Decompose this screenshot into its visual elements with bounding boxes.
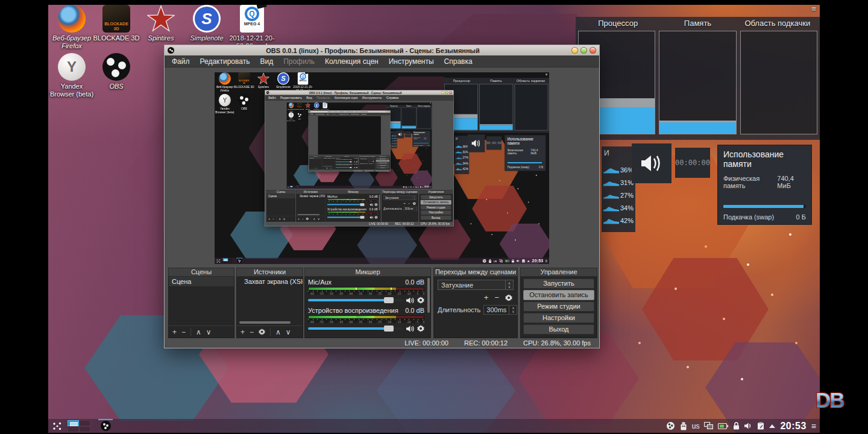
yandex-browser-icon: Y	[58, 53, 86, 81]
remove-transition-button[interactable]: −	[494, 293, 499, 302]
menu-profile[interactable]: Профиль	[283, 57, 315, 66]
device-notifier-icon[interactable]	[680, 422, 687, 430]
studio-mode-button[interactable]: Режим студии	[523, 301, 594, 312]
remove-scene-button[interactable]: −	[181, 328, 186, 336]
desktop-icon-simplenote[interactable]: S Simplenote	[183, 5, 230, 42]
desktop-icon-blockade3d[interactable]: BLOCKADE 3D BLOCKADE 3D	[93, 5, 140, 42]
channel-settings-gear-icon[interactable]	[417, 297, 424, 304]
clock[interactable]: 20:53	[780, 421, 806, 432]
menu-view[interactable]: Вид	[260, 57, 273, 66]
clapper-icon	[256, 5, 267, 9]
pager-desktop-2[interactable]	[79, 420, 90, 426]
desktop-icon-label: OBS	[93, 83, 140, 90]
physical-memory-label: Физическая память	[723, 175, 777, 189]
taskbar-obs-task[interactable]	[98, 419, 113, 433]
scene-down-button[interactable]: ∨	[206, 328, 212, 336]
desktop-icon-label: Yandex Browser (beta)	[48, 83, 95, 98]
remove-source-button[interactable]: −	[250, 328, 254, 336]
duration-spinbox[interactable]: 300ms ∧∨	[483, 305, 517, 315]
desktop-icon-label: Spintires	[137, 34, 184, 42]
transition-settings-gear-icon[interactable]	[505, 294, 512, 301]
menu-help[interactable]: Справка	[444, 57, 473, 66]
memory-chart	[659, 31, 736, 134]
volume-slider[interactable]	[308, 327, 403, 330]
settings-button[interactable]: Настройки	[523, 313, 594, 323]
add-source-button[interactable]: +	[241, 328, 245, 336]
volume-slider-handle[interactable]	[384, 297, 394, 303]
scene-list-item[interactable]: Сцена	[169, 277, 234, 286]
scene-up-button[interactable]: ∧	[196, 328, 201, 336]
virtual-desktop-pager[interactable]	[68, 420, 90, 432]
exit-button[interactable]: Выход	[523, 324, 594, 335]
toolbar-separator	[270, 328, 271, 336]
system-monitor-widget: Процессор Память Область подкачки	[576, 17, 820, 140]
volume-slider[interactable]	[308, 299, 403, 301]
desktop-toolbox-icon[interactable]: ≡	[808, 5, 820, 13]
cpu-core-pct: 27%	[620, 192, 634, 199]
tray-expand-arrow-icon[interactable]	[769, 424, 775, 428]
toolbar-separator	[190, 328, 191, 336]
horizontal-scrollbar[interactable]	[239, 321, 291, 324]
menu-scene-collection[interactable]: Коллекция сцен	[325, 57, 379, 66]
desktop-icon-label: BLOCKADE 3D	[93, 34, 140, 42]
desktop: Веб-браузер Firefox BLOCKADE 3D BLOCKADE…	[48, 5, 820, 433]
channel-settings-gear-icon[interactable]	[417, 325, 424, 332]
physical-memory-value: 740,4 МиБ	[777, 175, 806, 189]
start-streaming-button[interactable]: Запустить трансляцию	[523, 278, 594, 289]
mixer-panel-title: Микшер	[304, 268, 431, 277]
status-live: LIVE: 00:00:00	[404, 339, 448, 347]
pager-desktop-3[interactable]	[68, 426, 79, 432]
transition-select[interactable]: Затухание ∧∨	[438, 280, 514, 290]
desktop-icon-mp4-file[interactable]: Q MPEG 4 2018-12-21 20-53-26.mp4	[228, 5, 275, 50]
window-titlebar[interactable]: OBS 0.0.1 (linux) - Профиль: Безымянный …	[165, 45, 599, 55]
monitor-title-swap: Область подкачки	[738, 19, 817, 31]
preview-desktop-frame: Веб-браузер Firefox BLOCKADE 3D BLOCKADE…	[215, 72, 549, 264]
desktop-icon-obs[interactable]: OBS	[93, 53, 140, 90]
mute-speaker-icon[interactable]	[406, 326, 414, 332]
desktop-icon-spintires[interactable]: Spintires	[137, 5, 184, 42]
stop-recording-button[interactable]: Остановить запись	[523, 290, 594, 300]
clipboard-icon[interactable]	[757, 422, 764, 430]
channel-db-value: 0.0 dB	[405, 307, 424, 315]
source-up-button[interactable]: ∧	[275, 328, 281, 336]
maximize-button[interactable]	[580, 47, 587, 54]
close-button[interactable]	[590, 47, 596, 54]
scenes-panel: Сцены Сцена + − ∧ ∨	[168, 268, 234, 338]
screen: Веб-браузер Firefox BLOCKADE 3D BLOCKADE…	[0, 0, 868, 434]
pager-desktop-4[interactable]	[79, 426, 90, 432]
watermark: DB	[816, 388, 844, 412]
keyboard-layout-indicator[interactable]: us	[692, 422, 700, 430]
menu-edit[interactable]: Редактировать	[200, 57, 250, 66]
vertical-scrollbar[interactable]	[427, 278, 430, 313]
screen-layout-icon[interactable]	[704, 422, 713, 430]
select-spinner-icon[interactable]: ∧∨	[505, 280, 513, 289]
obs-tray-icon[interactable]	[666, 421, 675, 430]
volume-tray-icon[interactable]	[744, 423, 752, 429]
source-list-item[interactable]: Захват экрана (XSH	[237, 277, 303, 286]
cpu-cores-title: И	[604, 149, 634, 157]
desktop-icon-firefox[interactable]: Веб-браузер Firefox	[48, 5, 95, 50]
source-properties-gear-icon[interactable]	[259, 329, 265, 335]
app-launcher-icon[interactable]	[52, 421, 63, 432]
swap-label: Подкачка (swap)	[723, 213, 774, 221]
cpu-core-row: 27%	[603, 186, 634, 199]
cpu-cores-widget: И 36% 31% 27% 34% 42%	[602, 146, 635, 232]
add-transition-button[interactable]: +	[484, 293, 489, 302]
menu-file[interactable]: Файл	[172, 57, 190, 66]
spinbox-arrows-icon[interactable]: ∧∨	[509, 306, 517, 314]
panel-menu-icon[interactable]: ≡	[811, 422, 816, 430]
lock-icon[interactable]	[733, 422, 740, 430]
add-scene-button[interactable]: +	[172, 328, 177, 336]
status-rec: REC: 00:00:12	[464, 339, 508, 347]
transitions-panel-title: Переходы между сценами	[433, 268, 518, 277]
volume-slider-handle[interactable]	[384, 326, 394, 332]
mpeg4-caption: MPEG 4	[244, 22, 260, 26]
source-down-button[interactable]: ∨	[286, 328, 291, 336]
mixer-channel: Устройство воспроизведения 0.0 dB -60 -5…	[308, 307, 424, 332]
pager-desktop-1[interactable]	[68, 420, 79, 426]
battery-icon[interactable]	[718, 423, 728, 429]
desktop-icon-yandex-browser[interactable]: Y Yandex Browser (beta)	[48, 53, 95, 98]
minimize-button[interactable]	[571, 47, 578, 54]
mute-speaker-icon[interactable]	[406, 297, 414, 304]
menu-tools[interactable]: Инструменты	[389, 57, 434, 66]
